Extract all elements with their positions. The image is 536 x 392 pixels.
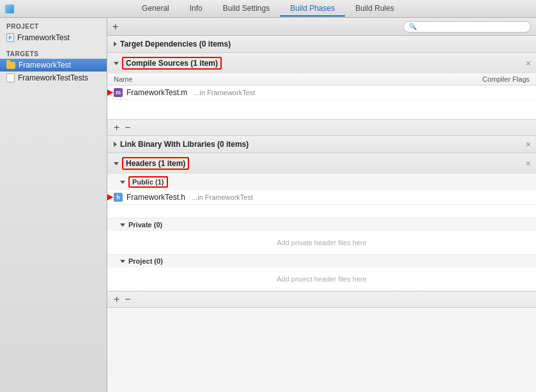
tab-build-phases[interactable]: Build Phases [280, 1, 345, 17]
expand-icon [114, 41, 117, 47]
private-title: Private (0) [128, 221, 162, 229]
compile-sources-section: Compile Sources (1 item) × Name Compiler… [107, 53, 536, 136]
project-title: Project (0) [128, 257, 163, 265]
target-dependencies-header[interactable]: Target Dependencies (0 items) [107, 36, 536, 52]
content-toolbar: + 🔍 [107, 18, 536, 36]
tab-info[interactable]: Info [180, 1, 213, 17]
project-sub-content: Add project header files here [107, 268, 536, 290]
compile-sources-controls: + − [107, 119, 536, 135]
search-box: 🔍 [403, 21, 531, 33]
main-toolbar: General Info Build Settings Build Phases… [0, 0, 536, 18]
remove-header-button[interactable]: − [125, 294, 130, 305]
project-icon: P [6, 33, 14, 42]
close-link-binary-button[interactable]: × [526, 140, 531, 149]
link-binary-title: Link Binary With Libraries (0 items) [120, 140, 249, 149]
folder-icon [6, 62, 15, 69]
tests-icon [6, 73, 15, 82]
private-sub-content: Add private header files here [107, 231, 536, 254]
project-sub-section: Project (0) Add project header files her… [107, 255, 536, 291]
add-header-button[interactable]: + [114, 294, 119, 305]
expand-icon [120, 223, 125, 227]
link-binary-section: Link Binary With Libraries (0 items) × [107, 136, 536, 153]
tab-build-rules[interactable]: Build Rules [345, 1, 404, 17]
target-dependencies-title: Target Dependencies (0 items) [120, 40, 231, 49]
compile-sources-content: Name Compiler Flags m FrameworkTest.m ..… [107, 73, 536, 135]
public-empty-row [107, 205, 536, 218]
m-icon: m [114, 88, 123, 97]
expand-icon [114, 62, 119, 65]
sidebar-item-frameworktesttests[interactable]: FrameworkTestTests [0, 72, 107, 84]
tab-build-settings[interactable]: Build Settings [213, 1, 280, 17]
add-compile-file-button[interactable]: + [114, 123, 119, 133]
toolbar-tabs: General Info Build Settings Build Phases… [132, 1, 404, 17]
headers-header[interactable]: Headers (1 item) × [107, 153, 536, 174]
public-sub-content: h FrameworkTest.h ...in FrameworkTest [107, 190, 536, 218]
arrow-annotation-1 [107, 86, 114, 99]
close-compile-sources-button[interactable]: × [526, 59, 531, 68]
col-flags-label: Compiler Flags [434, 75, 530, 83]
sidebar-target-label-0: FrameworkTest [19, 61, 71, 70]
compile-file-row-0[interactable]: m FrameworkTest.m ...in FrameworkTest [107, 86, 536, 100]
window-icon [5, 4, 14, 13]
compile-file-location-0: ...in FrameworkTest [194, 89, 255, 96]
headers-title: Headers (1 item) [122, 157, 189, 170]
private-placeholder: Add private header files here [107, 231, 536, 254]
add-phase-button[interactable]: + [112, 22, 118, 32]
private-sub-section: Private (0) Add private header files her… [107, 218, 536, 255]
header-file-location-0: ...in FrameworkTest [192, 193, 253, 201]
empty-row [107, 100, 536, 119]
h-icon: h [114, 193, 123, 202]
public-sub-header[interactable]: Public (1) [107, 174, 536, 190]
search-icon: 🔍 [409, 23, 417, 30]
headers-controls: + − [107, 291, 536, 307]
target-dependencies-section: Target Dependencies (0 items) [107, 36, 536, 53]
compile-sources-table-header: Name Compiler Flags [107, 73, 536, 86]
private-sub-header[interactable]: Private (0) [107, 218, 536, 231]
expand-icon [114, 142, 117, 147]
project-sub-header[interactable]: Project (0) [107, 255, 536, 268]
main-layout: PROJECT P FrameworkTest TARGETS Framewor… [0, 18, 536, 392]
expand-icon [114, 162, 119, 165]
header-file-row-0[interactable]: h FrameworkTest.h ...in FrameworkTest [107, 190, 536, 205]
content-area: + 🔍 Target Dependencies (0 items) Compil… [107, 18, 536, 392]
sidebar-target-label-1: FrameworkTestTests [18, 73, 88, 82]
header-file-name-0: FrameworkTest.h [126, 193, 185, 202]
compile-sources-title: Compile Sources (1 item) [122, 57, 222, 70]
tab-general[interactable]: General [132, 1, 180, 17]
expand-icon [120, 181, 125, 184]
col-name-label: Name [114, 75, 434, 83]
expand-icon [120, 260, 125, 263]
search-input[interactable] [419, 23, 525, 31]
sidebar-item-project[interactable]: P FrameworkTest [0, 31, 107, 44]
link-binary-header[interactable]: Link Binary With Libraries (0 items) × [107, 136, 536, 153]
remove-compile-file-button[interactable]: − [125, 123, 130, 133]
headers-content: Public (1) h FrameworkTest.h ...in Frame… [107, 174, 536, 307]
headers-section: Headers (1 item) × Public (1) [107, 153, 536, 308]
targets-section-label: TARGETS [0, 48, 107, 59]
public-title: Public (1) [128, 176, 168, 188]
public-sub-section: Public (1) h FrameworkTest.h ...in Frame… [107, 174, 536, 218]
project-section-label: PROJECT [0, 20, 107, 31]
arrow-annotation-2 [107, 191, 114, 204]
close-headers-button[interactable]: × [526, 159, 531, 168]
compile-sources-header[interactable]: Compile Sources (1 item) × [107, 53, 536, 73]
sidebar: PROJECT P FrameworkTest TARGETS Framewor… [0, 18, 107, 392]
project-item-label: FrameworkTest [17, 33, 70, 42]
compile-file-name-0: FrameworkTest.m [126, 88, 187, 97]
sidebar-item-frameworktest[interactable]: FrameworkTest [0, 59, 107, 72]
project-placeholder: Add project header files here [107, 268, 536, 290]
